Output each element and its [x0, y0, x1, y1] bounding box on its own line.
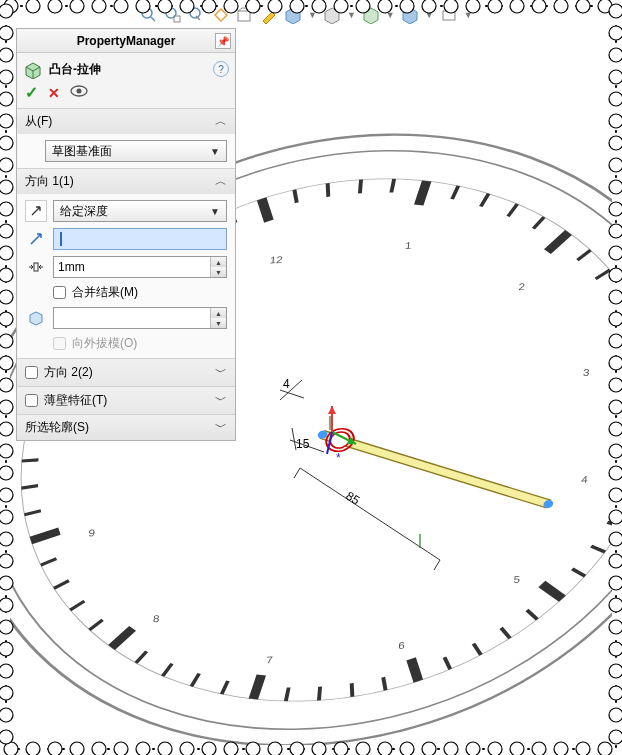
- direction2-checkbox[interactable]: [25, 366, 38, 379]
- chevron-down-icon: ▼: [210, 206, 220, 217]
- appearance-icon[interactable]: [323, 6, 341, 24]
- svg-text:8: 8: [152, 613, 159, 624]
- start-condition-dropdown[interactable]: 草图基准面 ▼: [45, 140, 227, 162]
- svg-point-186: [0, 268, 13, 282]
- svg-point-154: [532, 0, 546, 13]
- cancel-button[interactable]: ✕: [48, 85, 60, 101]
- svg-point-152: [510, 0, 524, 13]
- hide-show-icon[interactable]: [284, 6, 302, 24]
- detailed-preview-icon[interactable]: [70, 84, 88, 101]
- spin-up-icon[interactable]: ▲: [211, 257, 226, 267]
- svg-line-88: [280, 380, 302, 400]
- svg-point-125: [202, 742, 216, 755]
- svg-point-211: [609, 532, 622, 546]
- svg-point-167: [609, 48, 622, 62]
- direction1-section: 方向 1(1) ︿ 给定深度 ▼: [17, 168, 235, 358]
- svg-point-216: [0, 598, 13, 612]
- svg-point-107: [4, 742, 18, 755]
- svg-point-111: [48, 742, 62, 755]
- svg-point-213: [609, 554, 622, 568]
- spin-up-icon[interactable]: ▲: [211, 308, 226, 318]
- zoom-fit-icon[interactable]: [140, 6, 158, 24]
- direction-vector-input[interactable]: [53, 228, 227, 250]
- section-view-icon[interactable]: [212, 6, 230, 24]
- edit-sketch-icon[interactable]: [260, 6, 278, 24]
- spin-down-icon[interactable]: ▼: [211, 318, 226, 328]
- svg-point-150: [488, 0, 502, 13]
- svg-point-226: [0, 708, 13, 722]
- help-icon[interactable]: ?: [213, 61, 229, 77]
- view-orientation-icon[interactable]: [401, 6, 419, 24]
- svg-point-205: [609, 466, 622, 480]
- svg-point-177: [609, 158, 622, 172]
- previous-view-icon[interactable]: [188, 6, 206, 24]
- svg-point-222: [0, 664, 13, 678]
- svg-line-16: [594, 270, 611, 279]
- svg-point-207: [609, 488, 622, 502]
- svg-point-165: [609, 26, 622, 40]
- svg-line-44: [108, 628, 136, 647]
- svg-line-91: [294, 468, 300, 478]
- svg-point-78: [316, 430, 329, 440]
- reverse-direction-icon[interactable]: [25, 200, 47, 222]
- svg-line-35: [382, 677, 388, 690]
- svg-line-4: [262, 199, 269, 221]
- pin-icon[interactable]: 📌: [215, 33, 231, 49]
- svg-point-221: [609, 642, 622, 656]
- svg-point-227: [609, 708, 622, 722]
- thin-checkbox[interactable]: [25, 394, 38, 407]
- draft-spinner[interactable]: ▲▼: [53, 307, 227, 329]
- svg-point-214: [0, 576, 13, 590]
- svg-point-193: [609, 334, 622, 348]
- svg-point-224: [0, 686, 13, 700]
- thin-header[interactable]: 薄壁特征(T) ﹀: [17, 387, 235, 414]
- display-style-icon[interactable]: [236, 6, 254, 24]
- svg-point-115: [92, 742, 106, 755]
- chevron-down-icon: ﹀: [215, 364, 227, 381]
- svg-line-47: [53, 581, 70, 589]
- svg-line-17: [610, 292, 622, 300]
- direction1-header[interactable]: 方向 1(1) ︿: [17, 169, 235, 194]
- svg-point-189: [609, 290, 622, 304]
- svg-point-194: [0, 356, 13, 370]
- svg-point-195: [609, 356, 622, 370]
- depth-spinner[interactable]: 1mm ▲▼: [53, 256, 227, 278]
- svg-point-191: [609, 312, 622, 326]
- zoom-area-icon[interactable]: [164, 6, 182, 24]
- svg-point-225: [609, 686, 622, 700]
- spin-down-icon[interactable]: ▼: [211, 267, 226, 277]
- thin-label: 薄壁特征(T): [44, 392, 107, 409]
- svg-line-32: [474, 643, 481, 656]
- svg-point-139: [356, 742, 370, 755]
- svg-point-113: [70, 742, 84, 755]
- ok-button[interactable]: ✓: [25, 83, 38, 102]
- svg-point-178: [0, 180, 13, 194]
- from-header[interactable]: 从(F) ︿: [17, 109, 235, 134]
- dim-15: 15: [296, 437, 310, 451]
- svg-text:7: 7: [266, 654, 273, 665]
- thin-section: 薄壁特征(T) ﹀: [17, 386, 235, 414]
- svg-point-192: [0, 334, 13, 348]
- render-icon[interactable]: [440, 6, 458, 24]
- svg-point-161: [598, 742, 612, 755]
- svg-point-95: [142, 8, 152, 18]
- contours-header[interactable]: 所选轮廓(S) ﹀: [17, 415, 235, 440]
- svg-line-14: [544, 232, 572, 251]
- svg-point-217: [609, 598, 622, 612]
- end-condition-dropdown[interactable]: 给定深度 ▼: [53, 200, 227, 222]
- svg-point-117: [114, 742, 128, 755]
- boss-extrude-icon: [23, 59, 43, 79]
- scene-icon[interactable]: [362, 6, 380, 24]
- svg-point-103: [77, 89, 82, 94]
- direction2-section: 方向 2(2) ﹀: [17, 358, 235, 386]
- svg-point-77: [542, 499, 555, 509]
- from-section: 从(F) ︿ 草图基准面 ▼: [17, 108, 235, 168]
- merge-result-checkbox[interactable]: [53, 286, 66, 299]
- svg-line-50: [24, 509, 41, 516]
- direction2-header[interactable]: 方向 2(2) ﹀: [17, 359, 235, 386]
- svg-point-223: [609, 664, 622, 678]
- svg-point-183: [609, 224, 622, 238]
- svg-line-87: [280, 390, 304, 398]
- svg-text:12: 12: [269, 254, 283, 266]
- svg-point-110: [48, 0, 62, 13]
